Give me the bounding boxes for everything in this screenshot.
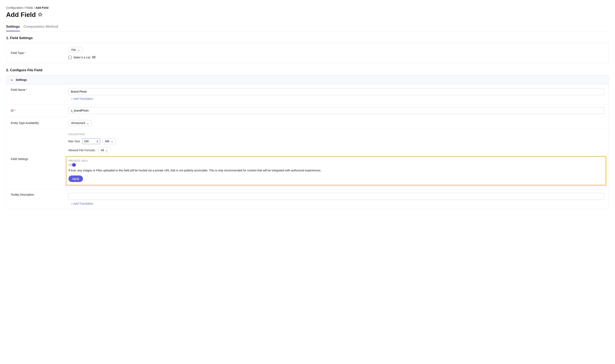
toggle-private-urls[interactable] xyxy=(68,163,75,166)
list-icon xyxy=(92,56,96,59)
link-add-translation-field-name[interactable]: + Add Translation xyxy=(68,97,93,100)
favorite-star-icon[interactable] xyxy=(38,12,42,17)
chevron-down-icon xyxy=(87,122,89,124)
chevron-down-icon xyxy=(106,149,108,151)
select-field-type[interactable]: File xyxy=(68,47,83,53)
chevron-up-icon xyxy=(96,140,98,141)
heading-private-urls: PRIVATE URLs xyxy=(68,159,604,162)
highlight-private-urls: PRIVATE URLs If true, any Images or File… xyxy=(66,156,606,185)
select-entity-type-value: Restaurant xyxy=(71,121,85,125)
chevron-down-icon xyxy=(78,49,80,51)
select-allowed-formats[interactable]: All xyxy=(98,147,111,153)
apply-button[interactable]: Apply xyxy=(68,175,83,182)
breadcrumb-configuration[interactable]: Configuration xyxy=(6,6,23,9)
stepper-max-size[interactable] xyxy=(96,140,98,143)
breadcrumb-fields[interactable]: Fields xyxy=(26,6,33,9)
panel-configure-file-field: Settings Field Name* + Add Translation I… xyxy=(6,75,609,209)
breadcrumb-sep: / xyxy=(24,6,26,9)
breadcrumb-sep: / xyxy=(34,6,35,9)
panel-field-settings: Field Type* File Make it a List xyxy=(6,43,609,63)
select-size-unit-value: MB xyxy=(105,140,109,143)
heading-validation: VALIDATION xyxy=(68,133,604,136)
label-allowed-formats: Allowed File Formats: xyxy=(68,149,96,152)
svg-point-6 xyxy=(93,58,93,58)
input-tooltip-description[interactable] xyxy=(68,193,604,200)
checkbox-make-list[interactable] xyxy=(68,56,71,59)
accordion-settings-head[interactable]: Settings xyxy=(6,75,609,84)
toggle-knob xyxy=(72,163,76,167)
help-text-private-urls: If true, any Images or Files uploaded to… xyxy=(68,169,604,173)
section-configure-file-field-heading: 2. Configure File Field xyxy=(6,68,609,72)
accordion-settings-title: Settings xyxy=(16,78,27,81)
label-field-type: Field Type* xyxy=(11,51,68,54)
label-max-size: Max Size xyxy=(68,140,80,143)
input-id[interactable] xyxy=(68,107,604,114)
select-allowed-formats-value: All xyxy=(101,149,104,152)
label-field-name: Field Name* xyxy=(11,88,68,91)
svg-point-5 xyxy=(93,57,93,57)
chevron-down-icon xyxy=(111,140,113,142)
select-size-unit[interactable]: MB xyxy=(102,138,116,144)
page-title: Add Field xyxy=(6,11,36,19)
label-entity-type: Entity Type Availability xyxy=(11,121,68,125)
select-entity-type[interactable]: Restaurant xyxy=(68,120,92,126)
breadcrumb-current: Add Field xyxy=(35,6,49,9)
tab-computation-method[interactable]: Computation Method xyxy=(23,25,58,31)
input-field-name[interactable] xyxy=(68,88,604,95)
breadcrumb: Configuration / Fields / Add Field xyxy=(6,6,609,9)
svg-marker-0 xyxy=(38,13,42,16)
section-field-settings-heading: 1. Field Settings xyxy=(6,36,609,40)
label-field-settings: Field Settings xyxy=(11,157,68,161)
tabs: Settings Computation Method xyxy=(6,25,609,32)
select-field-type-value: File xyxy=(71,48,76,52)
label-make-list: Make it a List xyxy=(74,56,90,59)
input-max-size[interactable] xyxy=(84,140,94,143)
tab-settings[interactable]: Settings xyxy=(6,25,20,31)
label-id: ID* xyxy=(11,109,68,112)
chevron-down-icon xyxy=(10,78,13,81)
chevron-down-icon xyxy=(96,142,98,143)
label-tooltip-description: Tooltip Description xyxy=(11,193,68,196)
svg-point-4 xyxy=(93,56,93,57)
link-add-translation-tooltip[interactable]: + Add Translation xyxy=(68,202,93,205)
input-max-size-wrap[interactable] xyxy=(82,138,100,144)
